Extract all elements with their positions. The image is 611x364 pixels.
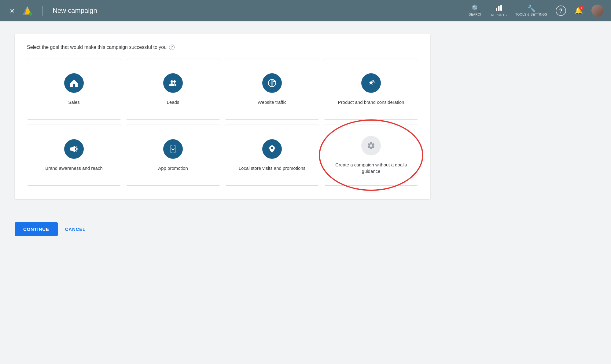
- bar-chart-icon: [495, 5, 502, 11]
- google-ads-logo: [22, 5, 33, 16]
- leads-label: Leads: [167, 99, 179, 105]
- user-avatar[interactable]: [591, 5, 604, 17]
- local-store-icon: [267, 144, 277, 154]
- svg-point-7: [173, 80, 176, 83]
- help-icon: ?: [559, 8, 563, 14]
- goal-card-app-promotion[interactable]: App promotion: [126, 125, 220, 186]
- svg-marker-15: [71, 146, 75, 152]
- nav-left: × New campaign: [7, 5, 97, 16]
- svg-rect-5: [500, 5, 502, 11]
- product-brand-label: Product and brand consideration: [338, 99, 404, 105]
- goal-card-no-goal[interactable]: Create a campaign without a goal's guida…: [324, 125, 418, 186]
- no-goal-icon-circle: [361, 136, 381, 155]
- svg-rect-16: [70, 147, 72, 151]
- instruction-text: Select the goal that would make this cam…: [27, 45, 167, 50]
- google-ads-icon: [22, 5, 33, 16]
- local-store-icon-circle: [262, 139, 282, 159]
- top-navigation: × New campaign 🔍 SEARCH REPORTS: [0, 0, 611, 21]
- search-icon: 🔍: [472, 5, 480, 12]
- svg-point-19: [271, 147, 273, 149]
- svg-rect-3: [496, 8, 497, 11]
- instruction-help-icon[interactable]: ?: [169, 45, 175, 50]
- svg-rect-4: [498, 6, 500, 11]
- goal-card-leads[interactable]: Leads: [126, 59, 220, 120]
- sales-icon-circle: [64, 73, 84, 93]
- notification-badge: 1: [579, 5, 584, 10]
- nav-right: 🔍 SEARCH REPORTS 🔧 TOOLS & SETTINGS ? 🔔 …: [469, 5, 604, 17]
- page-title: New campaign: [53, 7, 97, 15]
- website-traffic-icon: [267, 78, 277, 88]
- campaign-setup-card: Select the goal that would make this cam…: [15, 34, 430, 199]
- svg-point-13: [372, 80, 374, 82]
- notifications-button[interactable]: 🔔 1: [575, 7, 583, 15]
- reports-icon: [495, 5, 502, 13]
- leads-icon-circle: [163, 73, 183, 93]
- continue-button[interactable]: CONTINUE: [15, 222, 58, 236]
- search-label: SEARCH: [469, 13, 483, 16]
- product-brand-icon: [366, 78, 376, 88]
- goal-card-sales[interactable]: Sales: [27, 59, 121, 120]
- brand-awareness-label: Brand awareness and reach: [45, 165, 103, 171]
- svg-point-14: [374, 82, 375, 83]
- goals-grid: Sales Leads: [27, 59, 418, 186]
- no-goal-label: Create a campaign without a goal's guida…: [330, 162, 412, 174]
- sales-icon: [69, 78, 79, 88]
- goal-card-local-store[interactable]: Local store visits and promotions: [225, 125, 319, 186]
- tools-nav-button[interactable]: 🔧 TOOLS & SETTINGS: [515, 5, 547, 16]
- brand-awareness-icon: [69, 144, 79, 154]
- avatar-image: [591, 5, 604, 17]
- local-store-label: Local store visits and promotions: [239, 165, 305, 171]
- brand-awareness-icon-circle: [64, 139, 84, 159]
- website-traffic-icon-circle: [262, 73, 282, 93]
- sales-label: Sales: [68, 99, 80, 105]
- main-content: Select the goal that would make this cam…: [0, 21, 611, 214]
- goal-card-product-brand[interactable]: Product and brand consideration: [324, 59, 418, 120]
- svg-point-6: [171, 80, 173, 83]
- app-promotion-label: App promotion: [158, 165, 188, 171]
- tools-icon: 🔧: [527, 5, 536, 12]
- goal-card-website-traffic[interactable]: Website traffic: [225, 59, 319, 120]
- goal-card-brand-awareness[interactable]: Brand awareness and reach: [27, 125, 121, 186]
- tools-label: TOOLS & SETTINGS: [515, 13, 547, 16]
- help-button[interactable]: ?: [556, 5, 566, 16]
- card-instruction: Select the goal that would make this cam…: [27, 45, 418, 50]
- bottom-actions: CONTINUE CANCEL: [0, 214, 611, 245]
- nav-divider: [42, 6, 43, 16]
- product-brand-icon-circle: [361, 73, 381, 93]
- website-traffic-label: Website traffic: [258, 99, 286, 105]
- reports-label: REPORTS: [491, 13, 507, 17]
- search-nav-button[interactable]: 🔍 SEARCH: [469, 5, 483, 16]
- app-promotion-icon-circle: [163, 139, 183, 159]
- svg-point-2: [29, 12, 32, 16]
- reports-nav-button[interactable]: REPORTS: [491, 5, 507, 17]
- cancel-button[interactable]: CANCEL: [63, 222, 88, 236]
- close-button[interactable]: ×: [7, 5, 17, 16]
- app-promotion-icon: [168, 144, 178, 154]
- leads-icon: [168, 78, 178, 88]
